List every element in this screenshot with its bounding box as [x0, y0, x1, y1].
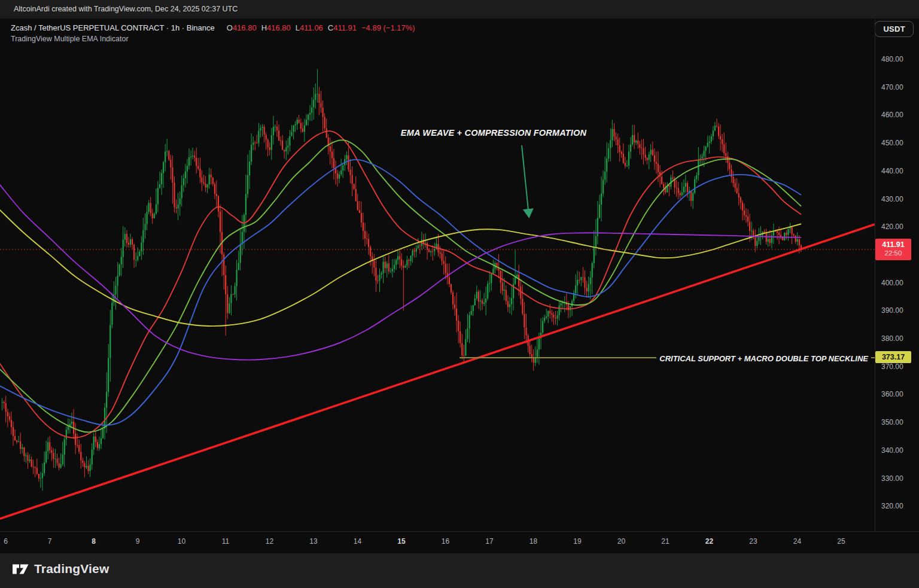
- attribution-text: AltcoinArdi created with TradingView.com…: [14, 5, 238, 13]
- price-tick-label: 360.00: [881, 390, 903, 398]
- price-tick-label: 320.00: [881, 502, 903, 510]
- ohlc-values: O416.80H416.80L411.06C411.91: [222, 23, 357, 32]
- symbol-header: Zcash / TetherUS PERPETUAL CONTRACT · 1h…: [11, 23, 415, 32]
- time-tick-label: 23: [749, 537, 757, 546]
- time-tick-label: 25: [837, 537, 845, 546]
- attribution-bar: AltcoinArdi created with TradingView.com…: [0, 0, 919, 19]
- ohlc-number: 411.06: [300, 23, 323, 32]
- price-tick-label: 430.00: [881, 195, 903, 203]
- bar-countdown: 22:50: [875, 249, 911, 257]
- ema-blue: [0, 160, 801, 425]
- ohlc-letter: O: [227, 23, 233, 32]
- ohlc-letter: L: [296, 23, 300, 32]
- time-tick-label: 14: [354, 537, 361, 546]
- last-price-badge: 411.91 22:50: [875, 239, 911, 260]
- change-value: −4.89 (−1.17%): [361, 23, 415, 32]
- time-tick-label: 12: [266, 537, 273, 546]
- last-price-value: 411.91: [875, 240, 911, 249]
- tradingview-logo-icon: [13, 562, 29, 576]
- indicator-label[interactable]: TradingView Multiple EMA Indicator: [11, 35, 129, 43]
- price-tick-label: 390.00: [881, 306, 903, 315]
- time-tick-label: 18: [530, 537, 537, 546]
- tradingview-logo[interactable]: TradingView: [13, 562, 109, 576]
- time-tick-label: 22: [705, 537, 713, 546]
- price-tick-label: 420.00: [881, 223, 903, 231]
- time-tick-label: 10: [178, 537, 185, 546]
- time-tick-label: 13: [309, 537, 317, 546]
- time-axis[interactable]: 678910111213141516171819202122232425: [0, 531, 919, 554]
- time-tick-label: 20: [617, 537, 625, 546]
- chart-canvas[interactable]: [0, 19, 919, 553]
- time-tick-label: 24: [793, 537, 801, 546]
- price-tick-label: 330.00: [881, 474, 903, 483]
- price-tick-label: 370.00: [881, 362, 903, 371]
- footer-bar: TradingView: [0, 553, 919, 588]
- trendline-support[interactable]: [0, 224, 875, 519]
- chart-area: Zcash / TetherUS PERPETUAL CONTRACT · 1h…: [0, 19, 919, 553]
- price-tick-label: 450.00: [881, 139, 903, 147]
- ohlc-number: 416.80: [267, 23, 291, 32]
- time-tick-label: 15: [397, 537, 405, 546]
- price-tick-label: 400.00: [881, 279, 903, 287]
- time-tick-label: 8: [92, 537, 96, 546]
- annotation-arrow[interactable]: [522, 145, 529, 216]
- price-tick-label: 340.00: [881, 446, 903, 455]
- ema-fast-red: [0, 131, 801, 438]
- ema-green: [0, 140, 801, 432]
- time-tick-label: 16: [442, 537, 449, 546]
- price-tick-label: 480.00: [881, 55, 903, 63]
- price-tick-label: 440.00: [881, 167, 903, 175]
- ohlc-number: 416.80: [233, 23, 257, 32]
- annotation-ema-weave[interactable]: EMA WEAVE + COMPRESSION FORMATION: [389, 128, 598, 138]
- time-tick-label: 17: [485, 537, 493, 546]
- time-tick-label: 9: [136, 537, 140, 546]
- ema-purple: [0, 185, 801, 359]
- time-tick-label: 6: [4, 537, 8, 546]
- price-tick-label: 460.00: [881, 111, 903, 119]
- ohlc-letter: H: [261, 23, 267, 32]
- tradingview-logo-text: TradingView: [34, 562, 109, 576]
- time-tick-label: 19: [573, 537, 581, 546]
- price-tick-label: 350.00: [881, 418, 903, 426]
- neckline-price-badge: 373.17: [875, 351, 911, 363]
- time-tick-label: 11: [222, 537, 229, 546]
- symbol-title[interactable]: Zcash / TetherUS PERPETUAL CONTRACT · 1h…: [11, 23, 215, 32]
- price-tick-label: 380.00: [881, 334, 903, 343]
- time-tick-label: 7: [48, 537, 52, 546]
- price-tick-label: 470.00: [881, 83, 903, 92]
- ohlc-letter: C: [328, 23, 333, 32]
- annotation-critical-support[interactable]: CRITICAL SUPPORT + MACRO DOUBLE TOP NECK…: [656, 354, 871, 363]
- time-tick-label: 21: [661, 537, 669, 546]
- ohlc-number: 411.91: [333, 23, 357, 32]
- price-axis[interactable]: 480.00470.00460.00450.00440.00430.00420.…: [875, 19, 919, 531]
